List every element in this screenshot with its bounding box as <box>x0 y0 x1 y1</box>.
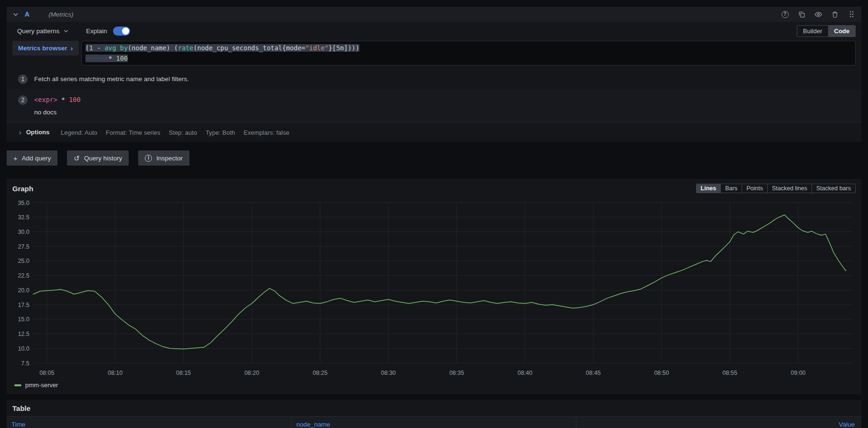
options-summary-item: Type: Both <box>206 129 235 136</box>
options-summary: Legend: AutoFormat: Time seriesStep: aut… <box>61 129 298 136</box>
graph-mode-group: LinesBarsPointsStacked linesStacked bars <box>696 184 856 193</box>
graph-panel-header: Graph LinesBarsPointsStacked linesStacke… <box>12 184 856 193</box>
svg-text:08:35: 08:35 <box>449 370 464 376</box>
query-history-button[interactable]: ↺ Query history <box>67 150 129 166</box>
duplicate-query-icon[interactable] <box>797 10 806 19</box>
graph-panel-title: Graph <box>12 185 33 193</box>
metrics-browser-label: Metrics browser <box>18 45 67 52</box>
table-column-header-time[interactable]: Time <box>7 417 292 428</box>
svg-text:17.5: 17.5 <box>18 302 29 308</box>
plus-icon: + <box>13 155 18 162</box>
svg-text:20.0: 20.0 <box>18 287 29 294</box>
explain-step-2-code: <expr> * 100 <box>34 95 81 104</box>
explore-page: A (Metrics) ? Query pat <box>0 7 868 428</box>
query-patterns-dropdown[interactable]: Query patterns <box>12 26 74 37</box>
query-row-header[interactable]: A (Metrics) ? <box>7 7 861 22</box>
table-column-header-value[interactable]: Value <box>576 417 861 428</box>
add-query-button[interactable]: + Add query <box>7 150 57 166</box>
code-mode-button[interactable]: Code <box>828 26 856 37</box>
graph-mode-points[interactable]: Points <box>742 184 767 193</box>
svg-text:25.0: 25.0 <box>18 258 29 264</box>
graph-mode-stacked-bars[interactable]: Stacked bars <box>811 184 855 193</box>
explain-step-2-docs: no docs <box>34 109 81 116</box>
query-history-label: Query history <box>84 155 122 162</box>
svg-text:27.5: 27.5 <box>18 243 29 250</box>
options-row[interactable]: › Options Legend: AutoFormat: Time serie… <box>7 122 861 142</box>
svg-text:08:30: 08:30 <box>381 370 396 376</box>
explain-control: Explain <box>86 27 130 36</box>
builder-mode-button[interactable]: Builder <box>797 26 828 37</box>
svg-text:08:50: 08:50 <box>654 370 669 376</box>
svg-text:10.0: 10.0 <box>18 345 29 352</box>
query-editor-row: Metrics browser › (1 - avg by(node_name)… <box>7 40 861 69</box>
toggle-knob <box>122 28 129 35</box>
graph-mode-stacked-lines[interactable]: Stacked lines <box>767 184 811 193</box>
query-line-1[interactable]: (1 - avg by(node_name) (rate(node_cpu_se… <box>85 43 851 53</box>
table-panel-header: Table <box>7 400 861 416</box>
svg-text:08:20: 08:20 <box>245 370 259 376</box>
metrics-browser-button[interactable]: Metrics browser › <box>12 41 79 56</box>
graph-panel: Graph LinesBarsPointsStacked linesStacke… <box>7 179 861 394</box>
query-patterns-label: Query patterns <box>17 28 59 35</box>
collapse-query-chevron-icon[interactable] <box>12 11 19 18</box>
explain-step-1: 1 Fetch all series matching metric name … <box>7 69 861 89</box>
query-header-actions: ? <box>781 10 856 19</box>
table-header-row: Timenode_nameValue <box>7 416 861 428</box>
svg-text:12.5: 12.5 <box>18 331 29 337</box>
svg-text:09:00: 09:00 <box>791 370 805 376</box>
graph-mode-lines[interactable]: Lines <box>697 184 721 193</box>
step-number-badge: 1 <box>18 74 28 84</box>
svg-text:35.0: 35.0 <box>18 200 29 206</box>
datasource-name: (Metrics) <box>48 11 74 18</box>
drag-handle-icon[interactable] <box>847 10 856 19</box>
svg-text:32.5: 32.5 <box>18 214 29 221</box>
help-icon[interactable]: ? <box>781 10 789 19</box>
query-line-1-selection: (1 - avg by(node_name) (rate(node_cpu_se… <box>85 44 359 52</box>
options-expand-chevron-icon[interactable]: › <box>19 128 21 136</box>
options-summary-item: Exemplars: false <box>244 129 289 136</box>
graph-svg[interactable]: 35.032.530.027.525.022.520.017.515.012.5… <box>12 196 856 379</box>
info-icon: i <box>145 155 152 162</box>
options-summary-item: Legend: Auto <box>61 129 97 136</box>
explain-step-2: 2 <expr> * 100 no docs <box>7 89 861 122</box>
svg-text:08:45: 08:45 <box>586 370 601 376</box>
graph-mode-bars[interactable]: Bars <box>720 184 742 193</box>
question-glyph: ? <box>782 11 789 18</box>
options-summary-item: Format: Time series <box>106 129 160 136</box>
promql-code-editor[interactable]: (1 - avg by(node_name) (rate(node_cpu_se… <box>81 41 856 65</box>
query-line-2[interactable]: ······* 100 <box>85 53 851 64</box>
add-query-label: Add query <box>22 155 51 162</box>
history-icon: ↺ <box>74 155 80 162</box>
table-panel-title: Table <box>12 404 30 412</box>
svg-text:08:25: 08:25 <box>312 370 327 376</box>
svg-text:30.0: 30.0 <box>18 229 29 235</box>
explain-label: Explain <box>86 28 107 35</box>
svg-text:08:10: 08:10 <box>108 370 123 376</box>
inspector-label: Inspector <box>156 155 183 162</box>
explain-step-1-text: Fetch all series matching metric name an… <box>34 74 189 84</box>
secondary-actions: + Add query ↺ Query history i Inspector <box>7 150 861 166</box>
query-row-card: A (Metrics) ? Query pat <box>7 7 861 142</box>
svg-text:7.5: 7.5 <box>21 360 29 367</box>
graph-legend[interactable]: pmm-server <box>12 381 856 391</box>
delete-query-trash-icon[interactable] <box>830 10 839 19</box>
inspector-button[interactable]: i Inspector <box>138 150 189 166</box>
table-column-header-node_name[interactable]: node_name <box>292 417 576 428</box>
query-ref-id[interactable]: A <box>25 10 29 18</box>
svg-text:08:15: 08:15 <box>176 370 191 376</box>
table-panel: Table Timenode_nameValue <box>7 400 861 428</box>
explain-step-2-body: <expr> * 100 no docs <box>34 95 81 116</box>
chevron-right-icon: › <box>71 45 73 52</box>
svg-text:08:05: 08:05 <box>39 370 54 376</box>
query-line-2-selection: ······* 100 <box>85 55 128 62</box>
svg-text:22.5: 22.5 <box>18 272 29 279</box>
options-summary-item: Step: auto <box>169 129 197 136</box>
svg-text:15.0: 15.0 <box>18 316 29 323</box>
svg-text:08:40: 08:40 <box>518 370 532 376</box>
explain-toggle[interactable] <box>113 27 130 36</box>
hide-response-eye-icon[interactable] <box>814 10 822 19</box>
options-title[interactable]: Options <box>26 129 49 136</box>
legend-series-name[interactable]: pmm-server <box>25 381 58 389</box>
legend-color-swatch <box>14 384 21 386</box>
chevron-down-icon <box>63 28 69 34</box>
